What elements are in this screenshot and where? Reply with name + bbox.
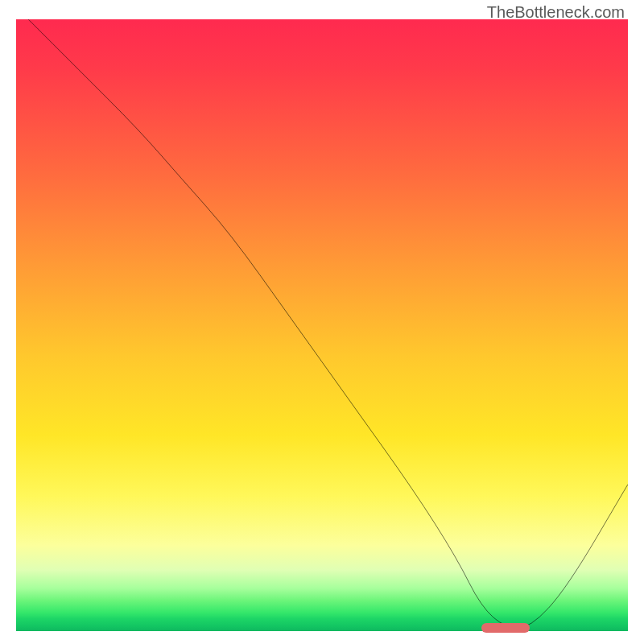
chart-curve-path bbox=[28, 19, 628, 628]
chart-highlight-marker bbox=[481, 623, 530, 633]
chart-curve bbox=[16, 19, 628, 631]
chart-plot-area bbox=[16, 19, 628, 631]
